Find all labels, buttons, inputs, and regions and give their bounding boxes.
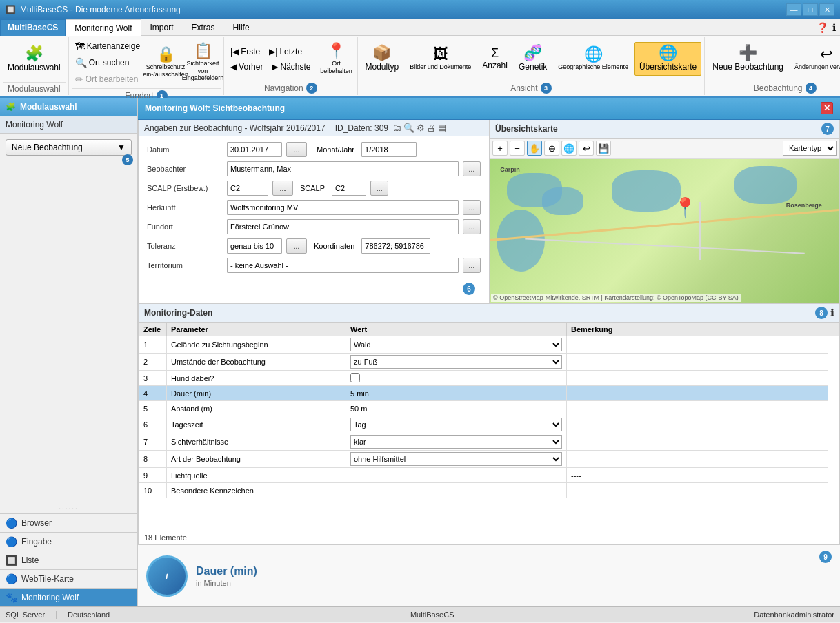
map-type-select[interactable]: Kartentyp [783, 141, 837, 156]
nachste-label: Nächste [280, 62, 310, 72]
ribbon-btn-neue-beobachtung[interactable]: ➕ Neue Beobachtung [708, 42, 788, 75]
search-icon[interactable]: 🔍 [403, 123, 414, 133]
pan-tool-button[interactable]: ✋ [527, 141, 542, 156]
cell-zeile: 3 [139, 371, 167, 386]
sidebar-item-browser[interactable]: 🔵 Browser [0, 513, 137, 532]
cell-wert[interactable]: Wald [346, 336, 567, 354]
scalp-input1[interactable] [227, 181, 268, 196]
monitoring-info-icon[interactable]: ℹ [830, 307, 834, 318]
sidebar-item-eingabe[interactable]: 🔵 Eingabe [0, 532, 137, 551]
help-icon[interactable]: ❓ [817, 22, 828, 33]
neue-beobachtung-label: Neue Beobachtung [712, 62, 783, 72]
ribbon-btn-schreibschutz[interactable]: 🔒 Schreibschutz ein-/ausschalten [148, 43, 183, 82]
territorium-input[interactable] [227, 258, 459, 273]
page-close-button[interactable]: ✕ [821, 102, 833, 114]
toleranz-btn[interactable]: ... [286, 238, 307, 254]
status-deutschland: Deutschland [57, 611, 121, 619]
ribbon-btn-ubersichtskarte[interactable]: 🌐 Übersichtskarte [634, 42, 701, 75]
globe-tool-button[interactable]: 🌐 [561, 141, 577, 156]
herkunft-input[interactable] [227, 200, 459, 215]
table-icon[interactable]: 🗂 [392, 123, 401, 133]
cell-wert[interactable]: zu Fuß [346, 354, 567, 371]
ribbon-btn-ort-beibehalten[interactable]: 📍 Ort beibehalten [319, 40, 354, 79]
info-icon[interactable]: ℹ [832, 22, 836, 33]
sidebar: 🧩 Modulauswahl Monitoring Wolf Neue Beob… [0, 98, 138, 606]
tab-hilfe[interactable]: Hilfe [224, 19, 259, 36]
cell-wert[interactable]: ohne Hilfsmittel [346, 451, 567, 468]
info-i-letter: i [166, 571, 168, 581]
select-tool-button[interactable]: ⊕ [544, 141, 559, 156]
scalp-btn[interactable]: ... [272, 181, 293, 196]
toleranz-input[interactable] [227, 238, 282, 254]
datum-picker-button[interactable]: ... [286, 142, 307, 157]
ribbon-btn-anzahl[interactable]: Σ Anzahl [477, 43, 512, 74]
koordinaten-input[interactable] [361, 238, 430, 254]
beobachter-input[interactable] [227, 161, 459, 176]
gear-icon[interactable]: ⚙ [417, 123, 425, 133]
close-button[interactable]: ✕ [819, 3, 834, 16]
fundort-input[interactable] [227, 219, 459, 234]
maximize-button[interactable]: □ [803, 3, 818, 16]
ribbon-btn-bilder-dokumente[interactable]: 🖼 Bilder und Dokumente [405, 43, 476, 74]
ribbon-btn-anderungen-verwerfen[interactable]: ↩ Änderungen verwerfen [790, 43, 840, 74]
tab-monitoring-wolf[interactable]: Monitoring Wolf [66, 19, 141, 36]
cell-wert[interactable] [346, 371, 567, 386]
cell-parameter: Umstände der Beobachtung [167, 354, 346, 371]
scalp-input2[interactable] [332, 181, 366, 196]
scalp-ellipsis-button[interactable]: ... [370, 181, 388, 196]
cell-wert[interactable]: klar [346, 433, 567, 451]
ribbon-btn-letzte[interactable]: ▶| Letzte [266, 45, 306, 59]
ribbon-btn-ort-suchen[interactable]: 🔍 Ort suchen [72, 55, 143, 70]
sidebar-new-button[interactable]: Neue Beobachtung ▼ [6, 139, 132, 156]
schreibschutz-icon: 🔒 [157, 47, 175, 62]
scalp-label2: SCALP [300, 184, 325, 192]
ribbon-btn-geographische-elemente[interactable]: 🌐 Geographische Elemente [553, 43, 633, 74]
ribbon-btn-kartenanzeige[interactable]: 🗺 Kartenanzeige [72, 39, 143, 54]
select-umstande[interactable]: zu Fuß [350, 355, 562, 369]
tab-multibasecs[interactable]: MultiBaseCS [0, 19, 66, 36]
checkbox-hund[interactable] [350, 373, 360, 382]
datum-input[interactable] [227, 142, 282, 157]
tab-import[interactable]: Import [141, 19, 183, 36]
kartenanzeige-label: Kartenanzeige [87, 41, 140, 51]
select-art-beobachtung[interactable]: ohne Hilfsmittel [350, 452, 562, 466]
ribbon-btn-erste[interactable]: |◀ Erste [227, 45, 263, 59]
herkunft-ellipsis-button[interactable]: ... [463, 200, 481, 215]
ribbon-btn-sichtbarkeit[interactable]: 📋 Sichtbarkeit von Eingabefeldern [185, 40, 221, 85]
ribbon-btn-modulauswahl[interactable]: 🧩 Modulauswahl [3, 43, 66, 76]
ribbon-btn-ort-bearbeiten[interactable]: ✏ Ort bearbeiten [72, 72, 143, 87]
fundort-ellipsis-button[interactable]: ... [463, 219, 481, 234]
ribbon-btn-modultyp[interactable]: 📦 Modultyp [361, 42, 404, 75]
select-gelande[interactable]: Wald [350, 338, 562, 351]
cell-bemerkung [567, 354, 828, 371]
territorium-ellipsis-button[interactable]: ... [463, 258, 481, 273]
zoom-out-button[interactable]: − [510, 141, 525, 156]
monat-label: Monat/Jahr [317, 145, 354, 154]
ribbon-btn-nachste[interactable]: ▶ Nächste [268, 60, 314, 74]
liste-label: Liste [21, 555, 39, 565]
ansicht-number-badge: 3 [541, 83, 552, 94]
cell-bemerkung [567, 416, 828, 433]
save-view-button[interactable]: 💾 [596, 141, 611, 156]
beobachter-ellipsis-button[interactable]: ... [463, 161, 481, 176]
ort-bearbeiten-label: Ort bearbeiten [86, 74, 139, 84]
select-sichtverhaltnisse[interactable]: klar [350, 435, 562, 449]
select-tageszeit[interactable]: Tag [350, 418, 562, 431]
refresh-button[interactable]: ↩ [579, 141, 594, 156]
ribbon-btn-genetik[interactable]: 🧬 Genetik [514, 42, 552, 75]
navigation-number-badge: 2 [306, 83, 317, 94]
filter-icon[interactable]: ▤ [438, 123, 446, 133]
ribbon-btn-vorher[interactable]: ◀ Vorher [227, 60, 266, 74]
tab-extras[interactable]: Extras [183, 19, 224, 36]
cell-wert[interactable]: Tag [346, 416, 567, 433]
zoom-in-button[interactable]: + [492, 141, 508, 156]
minimize-button[interactable]: — [786, 3, 801, 16]
print-icon[interactable]: 🖨 [427, 123, 436, 133]
form-row-datum: Datum ... Monat/Jahr [147, 142, 481, 157]
sidebar-item-liste[interactable]: 🔲 Liste [0, 551, 137, 569]
browser-label: Browser [21, 518, 52, 528]
sidebar-item-webtile-karte[interactable]: 🔵 WebTile-Karte [0, 569, 137, 588]
sidebar-item-monitoring-wolf[interactable]: 🐾 Monitoring Wolf [0, 588, 137, 606]
monat-input[interactable] [361, 142, 417, 157]
ort-bearbeiten-icon: ✏ [75, 74, 83, 85]
